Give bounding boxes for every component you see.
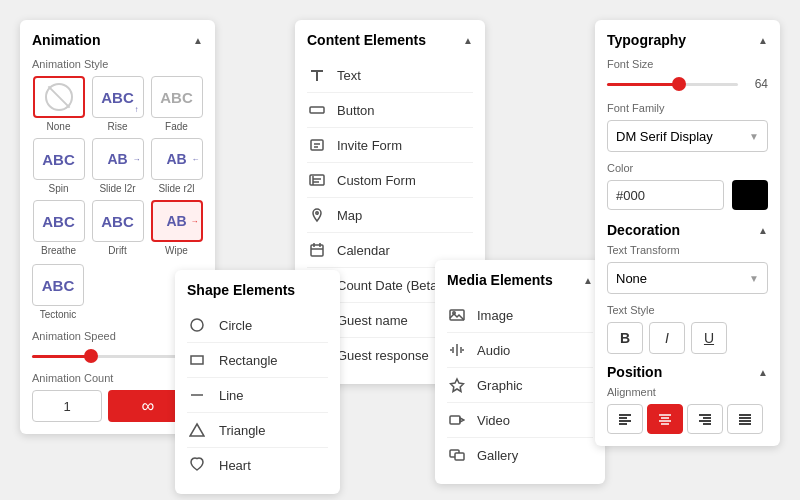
- svg-marker-24: [190, 424, 204, 436]
- italic-button[interactable]: I: [649, 322, 685, 354]
- content-item-text[interactable]: Text: [307, 58, 473, 93]
- text-style-row: B I U: [607, 322, 768, 354]
- anim-item-wipe[interactable]: AB → Wipe: [150, 200, 203, 256]
- anim-item-drift[interactable]: ABC Drift: [91, 200, 144, 256]
- shape-item-heart[interactable]: Heart: [187, 448, 328, 482]
- speed-track: [32, 355, 179, 358]
- media-collapse-icon[interactable]: ▲: [583, 275, 593, 286]
- audio-label: Audio: [477, 343, 510, 358]
- anim-item-tectonic[interactable]: ABC Tectonic: [32, 264, 84, 320]
- count-date-label: Count Date (Beta): [337, 278, 442, 293]
- anim-box-breathe[interactable]: ABC: [33, 200, 85, 242]
- content-item-button[interactable]: Button: [307, 93, 473, 128]
- color-value: #000: [616, 188, 645, 203]
- decoration-header: Decoration ▲: [607, 222, 768, 238]
- text-transform-label: Text Transform: [607, 244, 768, 256]
- heart-shape-icon: [187, 455, 207, 475]
- anim-label-drift: Drift: [108, 245, 126, 256]
- graphic-icon: [447, 375, 467, 395]
- anim-box-drift[interactable]: ABC: [92, 200, 144, 242]
- calendar-icon: [307, 240, 327, 260]
- position-collapse-icon[interactable]: ▲: [758, 367, 768, 378]
- anim-tectonic-text: ABC: [42, 277, 75, 294]
- anim-box-fade[interactable]: ABC: [151, 76, 203, 118]
- anim-item-slide-l2r[interactable]: AB → Slide l2r: [91, 138, 144, 194]
- count-input[interactable]: 1: [32, 390, 102, 422]
- font-size-label: Font Size: [607, 58, 768, 70]
- anim-box-slide-l2r[interactable]: AB →: [92, 138, 144, 180]
- anim-item-rise[interactable]: ABC ↑ Rise: [91, 76, 144, 132]
- image-icon: [447, 305, 467, 325]
- alignment-label: Alignment: [607, 386, 768, 398]
- content-item-invite-form[interactable]: Invite Form: [307, 128, 473, 163]
- anim-box-spin[interactable]: ABC: [33, 138, 85, 180]
- media-item-graphic[interactable]: Graphic: [447, 368, 593, 403]
- content-item-custom-form[interactable]: Custom Form: [307, 163, 473, 198]
- font-size-slider[interactable]: [607, 76, 738, 92]
- anim-box-slide-r2l[interactable]: AB ←: [151, 138, 203, 180]
- font-size-thumb[interactable]: [672, 77, 686, 91]
- content-item-map[interactable]: Map: [307, 198, 473, 233]
- color-swatch[interactable]: [732, 180, 768, 210]
- text-transform-dropdown[interactable]: None ▼: [607, 262, 768, 294]
- underline-button[interactable]: U: [691, 322, 727, 354]
- font-family-dropdown[interactable]: DM Serif Display ▼: [607, 120, 768, 152]
- svg-rect-3: [311, 140, 323, 150]
- svg-rect-22: [191, 356, 203, 364]
- anim-box-rise[interactable]: ABC ↑: [92, 76, 144, 118]
- content-collapse-icon[interactable]: ▲: [463, 35, 473, 46]
- alignment-row: [607, 404, 768, 434]
- gallery-icon: [447, 445, 467, 465]
- speed-slider[interactable]: [32, 348, 179, 364]
- invite-form-label: Invite Form: [337, 138, 402, 153]
- slide-r2l-arrow: ←: [192, 155, 200, 164]
- count-value: 1: [63, 399, 70, 414]
- anim-item-none[interactable]: None: [32, 76, 85, 132]
- svg-rect-11: [311, 245, 323, 256]
- media-item-video[interactable]: Video: [447, 403, 593, 438]
- shape-item-rectangle[interactable]: Rectangle: [187, 343, 328, 378]
- anim-box-wipe[interactable]: AB →: [151, 200, 203, 242]
- animation-collapse-icon[interactable]: ▲: [193, 35, 203, 46]
- anim-box-none[interactable]: [33, 76, 85, 118]
- media-item-gallery[interactable]: Gallery: [447, 438, 593, 472]
- align-center-button[interactable]: [647, 404, 683, 434]
- custom-form-label: Custom Form: [337, 173, 416, 188]
- svg-rect-27: [450, 416, 460, 424]
- shape-item-circle[interactable]: Circle: [187, 308, 328, 343]
- anim-item-slide-r2l[interactable]: AB ← Slide r2l: [150, 138, 203, 194]
- align-right-button[interactable]: [687, 404, 723, 434]
- circle-label: Circle: [219, 318, 252, 333]
- anim-label-slide-l2r: Slide l2r: [99, 183, 135, 194]
- text-transform-chevron-icon: ▼: [749, 273, 759, 284]
- chevron-down-icon: ▼: [749, 131, 759, 142]
- align-left-button[interactable]: [607, 404, 643, 434]
- shape-item-line[interactable]: Line: [187, 378, 328, 413]
- anim-label-slide-r2l: Slide r2l: [158, 183, 194, 194]
- decoration-section: Decoration ▲ Text Transform None ▼ Text …: [607, 222, 768, 354]
- slide-l2r-arrow: →: [133, 155, 141, 164]
- color-input[interactable]: #000: [607, 180, 724, 210]
- speed-thumb[interactable]: [84, 349, 98, 363]
- shape-item-triangle[interactable]: Triangle: [187, 413, 328, 448]
- anim-item-breathe[interactable]: ABC Breathe: [32, 200, 85, 256]
- content-panel-header: Content Elements ▲: [307, 32, 473, 48]
- guest-name-label: Guest name: [337, 313, 408, 328]
- decoration-collapse-icon[interactable]: ▲: [758, 225, 768, 236]
- animation-title: Animation: [32, 32, 100, 48]
- bold-button[interactable]: B: [607, 322, 643, 354]
- rectangle-label: Rectangle: [219, 353, 278, 368]
- text-transform-value: None: [616, 271, 647, 286]
- heart-label: Heart: [219, 458, 251, 473]
- align-justify-button[interactable]: [727, 404, 763, 434]
- typography-collapse-icon[interactable]: ▲: [758, 35, 768, 46]
- media-item-audio[interactable]: Audio: [447, 333, 593, 368]
- gallery-label: Gallery: [477, 448, 518, 463]
- anim-item-spin[interactable]: ABC Spin: [32, 138, 85, 194]
- media-item-image[interactable]: Image: [447, 298, 593, 333]
- anim-box-tectonic[interactable]: ABC: [32, 264, 84, 306]
- none-icon: [45, 83, 73, 111]
- anim-spin-text: ABC: [42, 151, 75, 168]
- anim-item-fade[interactable]: ABC Fade: [150, 76, 203, 132]
- media-panel: Media Elements ▲ Image Audio Graphic V: [435, 260, 605, 484]
